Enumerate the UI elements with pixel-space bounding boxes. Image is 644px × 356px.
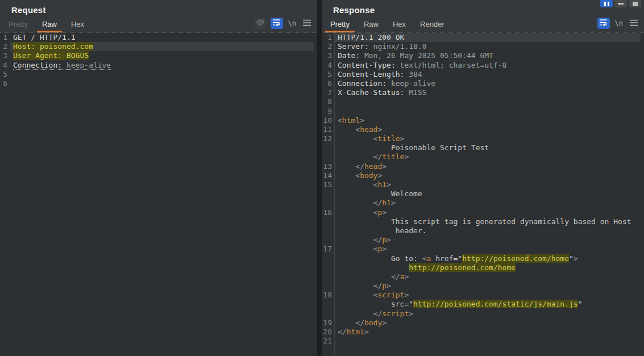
line-number <box>322 152 334 162</box>
maximize-button[interactable] <box>629 0 641 7</box>
code-line[interactable]: 13 </head> <box>322 162 644 171</box>
code-segment: keep-alive <box>67 61 111 70</box>
code-segment: href=" <box>431 254 462 263</box>
code-line[interactable]: http://poisoned.com/home <box>322 263 644 272</box>
code-segment: < <box>422 254 427 263</box>
code-segment: > <box>377 125 382 134</box>
code-line[interactable]: 14 <body> <box>322 171 644 180</box>
code-line[interactable]: Poisonable Script Test <box>322 143 644 152</box>
tab-hex[interactable]: Hex <box>66 18 89 32</box>
code-segment: Content-Length: <box>338 70 404 78</box>
highlighted-text: http://poisoned.com/home <box>409 263 516 272</box>
response-editor[interactable]: 1HTTP/1.1 200 OK2Server: nginx/1.18.03Da… <box>322 32 644 356</box>
code-line[interactable]: 3User-Agent: BOGUS <box>0 51 317 60</box>
editor-menu-button[interactable] <box>628 18 639 29</box>
code-segment: header. <box>338 226 427 235</box>
code-text: header. <box>334 226 641 235</box>
code-text: Connection: keep-alive <box>334 79 641 88</box>
request-editor[interactable]: 1GET / HTTP/1.12Host: poisoned.com3User-… <box>0 32 317 356</box>
hide-nonprinting-button[interactable] <box>254 18 267 29</box>
code-line[interactable]: header. <box>322 226 644 235</box>
line-number <box>322 198 334 208</box>
code-segment: body <box>360 171 377 180</box>
code-segment: < <box>355 171 360 180</box>
code-line[interactable]: </h1> <box>322 198 644 208</box>
minimize-button[interactable] <box>614 0 627 7</box>
line-number: 21 <box>322 337 334 346</box>
code-line[interactable]: 9 <box>322 107 644 116</box>
code-segment: > <box>404 272 409 281</box>
code-line[interactable]: 18 <script> <box>322 291 644 300</box>
code-line[interactable]: </p> <box>322 235 644 245</box>
code-line[interactable]: 7X-Cache-Status: MISS <box>322 88 644 97</box>
newline-toggle[interactable]: \n <box>614 19 624 27</box>
code-line[interactable]: Go to: <a href="http://poisoned.com/home… <box>322 254 644 263</box>
request-title: Request <box>11 5 46 15</box>
tab-raw[interactable]: Raw <box>37 18 62 32</box>
code-line[interactable]: </title> <box>322 152 644 162</box>
tab-raw[interactable]: Raw <box>359 18 384 32</box>
code-segment: This script tag is generated dynamically… <box>338 217 631 226</box>
line-number: 18 <box>322 291 334 300</box>
code-line[interactable]: 17 <p> <box>322 245 644 254</box>
line-number <box>322 217 334 226</box>
code-line[interactable]: 19 </body> <box>322 318 644 328</box>
line-number: 13 <box>322 162 334 171</box>
tab-pretty[interactable]: Pretty <box>325 18 355 32</box>
code-text: Date: Mon, 26 May 2025 05:50:44 GMT <box>334 51 641 60</box>
code-line[interactable]: 8 <box>322 97 644 106</box>
code-line[interactable]: 5Content-Length: 384 <box>322 70 644 79</box>
code-line[interactable]: 1HTTP/1.1 200 OK <box>322 33 644 42</box>
code-segment <box>338 235 373 244</box>
code-line[interactable]: This script tag is generated dynamically… <box>322 217 644 226</box>
code-line[interactable]: 15 <h1> <box>322 180 644 189</box>
code-segment: h1 <box>377 180 387 189</box>
pause-button[interactable] <box>600 0 613 7</box>
newline-toggle[interactable]: \n <box>287 19 297 27</box>
code-line[interactable]: 4Content-Type: text/html; charset=utf-8 <box>322 61 644 70</box>
code-segment: > <box>400 134 405 143</box>
code-segment: Go to: <box>338 254 422 263</box>
code-segment <box>338 162 355 171</box>
code-line[interactable]: 16 <p> <box>322 208 644 217</box>
code-line[interactable]: </script> <box>322 309 644 318</box>
code-line[interactable]: src="http://poisoned.com/static/js/main.… <box>322 300 644 309</box>
code-line[interactable]: 20</html> <box>322 328 644 337</box>
code-segment: html <box>347 328 364 336</box>
soft-wrap-button[interactable] <box>271 18 283 29</box>
line-number <box>322 309 334 318</box>
code-line[interactable]: 2Host: poisoned.com <box>0 42 317 51</box>
soft-wrap-button[interactable] <box>597 18 610 29</box>
code-segment: </ <box>373 198 383 207</box>
code-segment: Server: <box>338 42 369 51</box>
editor-menu-button[interactable] <box>301 18 313 29</box>
code-line[interactable]: 3Date: Mon, 26 May 2025 05:50:44 GMT <box>322 51 644 60</box>
code-text: User-Agent: BOGUS <box>10 51 314 60</box>
code-line[interactable]: 2Server: nginx/1.18.0 <box>322 42 644 51</box>
code-segment: Date: <box>338 51 360 60</box>
code-line[interactable]: 12 <title> <box>322 134 644 143</box>
code-line[interactable]: </a> <box>322 272 644 282</box>
code-line[interactable]: 1GET / HTTP/1.1 <box>0 33 317 42</box>
code-line[interactable]: 11 <head> <box>322 125 644 134</box>
code-line[interactable]: 6 <box>0 79 317 88</box>
line-number: 3 <box>322 51 334 60</box>
code-line[interactable]: 6Connection: keep-alive <box>322 79 644 88</box>
tab-pretty[interactable]: Pretty <box>3 18 33 32</box>
code-text: </title> <box>334 152 641 162</box>
code-segment: </ <box>373 235 383 244</box>
code-text <box>334 107 641 116</box>
code-line[interactable]: 10<html> <box>322 116 644 125</box>
tab-render[interactable]: Render <box>415 18 450 32</box>
code-text: </h1> <box>334 198 641 208</box>
hamburger-menu-icon <box>630 18 638 28</box>
code-line[interactable]: 5 <box>0 70 317 79</box>
code-line[interactable]: Welcome <box>322 189 644 198</box>
code-segment: Mon, 26 May 2025 05:50:44 GMT <box>360 51 493 60</box>
code-line[interactable]: 21 <box>322 337 644 346</box>
code-segment: text/html; charset=utf-8 <box>396 61 507 69</box>
code-line[interactable]: 4Connection: keep-alive <box>0 61 317 70</box>
code-segment: Poisonable Script Test <box>338 143 489 152</box>
code-line[interactable]: </p> <box>322 282 644 291</box>
tab-hex[interactable]: Hex <box>388 18 411 32</box>
